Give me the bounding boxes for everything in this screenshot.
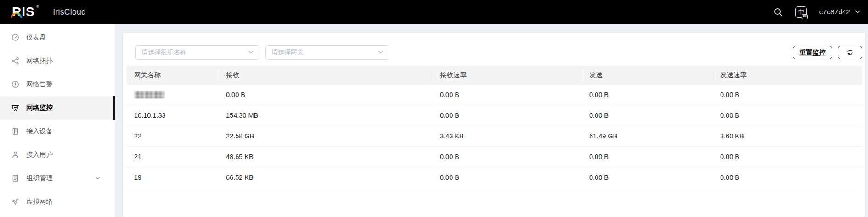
- filter-toolbar: 请选择组织名称 请选择网关 重置监控: [127, 33, 862, 66]
- column-header-gateway-name: 网关名称: [127, 71, 219, 80]
- gateway-monitor-table: 网关名称 接收 接收速率 发送 发送速率 0.00 B 0.00 B 0.00 …: [127, 66, 862, 188]
- sidebar-item-access-users[interactable]: 接入用户: [0, 143, 115, 166]
- table-row[interactable]: 22 22.58 GB 3.43 KB 61.49 GB 3.60 KB: [127, 126, 862, 147]
- org-select[interactable]: 请选择组织名称: [135, 45, 259, 60]
- paper-plane-icon: [11, 198, 19, 206]
- sidebar-item-access-devices[interactable]: 接入设备: [0, 120, 115, 143]
- chevron-down-icon: [855, 10, 861, 14]
- gateway-name-cell: 22: [127, 132, 219, 140]
- sent-cell: 61.49 GB: [582, 132, 713, 140]
- monitoring-card: 请选择组织名称 请选择网关 重置监控: [123, 33, 865, 217]
- column-header-sent: 发送: [582, 71, 713, 80]
- table-row[interactable]: 10.10.1.33 154.30 MB 0.00 B 0.00 B 0.00 …: [127, 105, 862, 126]
- topology-icon: [11, 57, 19, 65]
- user-menu[interactable]: c7c87d42: [819, 8, 861, 16]
- sidebar-item-label: 组织管理: [26, 174, 53, 183]
- search-icon[interactable]: [773, 7, 783, 17]
- org-select-placeholder: 请选择组织名称: [141, 48, 248, 57]
- refresh-button[interactable]: [838, 46, 862, 59]
- rainbow-arc-icon: [10, 12, 23, 19]
- sent-cell: 0.00 B: [582, 91, 713, 98]
- sidebar-item-dashboard[interactable]: 仪表盘: [0, 26, 115, 49]
- alert-icon: [11, 80, 19, 88]
- column-header-send-rate: 发送速率: [713, 71, 862, 80]
- lang-en-badge: EN: [802, 14, 808, 19]
- received-cell: 0.00 B: [219, 91, 433, 98]
- product-name: IrisCloud: [53, 7, 86, 17]
- device-icon: [11, 127, 19, 135]
- toolbar-actions: 重置监控: [793, 46, 862, 59]
- sidebar-item-label: 网络拓扑: [26, 57, 53, 65]
- sidebar-item-label: 仪表盘: [26, 33, 46, 42]
- gateway-name-cell: 21: [127, 153, 219, 160]
- receive-rate-cell: 0.00 B: [433, 153, 582, 160]
- sidebar-item-organization-management[interactable]: 组织管理: [0, 166, 115, 190]
- topbar-actions: 中 EN c7c87d42: [773, 6, 861, 18]
- chevron-down-icon: [248, 51, 254, 54]
- table-row[interactable]: 19 66.52 KB 0.00 B 0.00 B 0.00 B: [127, 167, 862, 188]
- sidebar-item-label: 网络监控: [26, 103, 53, 112]
- received-cell: 66.52 KB: [219, 174, 433, 181]
- username: c7c87d42: [819, 8, 850, 16]
- refresh-icon: [846, 49, 854, 56]
- user-icon: [11, 151, 19, 159]
- column-header-received: 接收: [219, 71, 433, 80]
- sidebar-item-virtual-network[interactable]: 虚拟网络: [0, 190, 115, 213]
- receive-rate-cell: 0.00 B: [433, 112, 582, 119]
- received-cell: 154.30 MB: [219, 112, 433, 119]
- sent-cell: 0.00 B: [582, 153, 713, 160]
- main-content: 请选择组织名称 请选择网关 重置监控: [115, 24, 868, 217]
- sidebar-item-network-monitoring[interactable]: 网络监控: [0, 96, 115, 120]
- gauge-icon: [11, 34, 19, 41]
- monitor-icon: [11, 104, 19, 112]
- registered-mark: ®: [36, 4, 39, 9]
- topbar: RIS ® IrisCloud 中 EN c7c87d42: [0, 0, 868, 24]
- send-rate-cell: 0.00 B: [713, 112, 862, 119]
- sent-cell: 0.00 B: [582, 174, 713, 181]
- column-header-receive-rate: 接收速率: [433, 71, 582, 80]
- gateway-name-cell: [127, 91, 219, 98]
- send-rate-cell: 3.60 KB: [713, 132, 862, 140]
- sidebar-item-network-topology[interactable]: 网络拓扑: [0, 49, 115, 73]
- table-header-row: 网关名称 接收 接收速率 发送 发送速率: [127, 66, 862, 85]
- receive-rate-cell: 0.00 B: [433, 91, 582, 98]
- send-rate-cell: 0.00 B: [713, 153, 862, 160]
- send-rate-cell: 0.00 B: [713, 174, 862, 181]
- receive-rate-cell: 0.00 B: [433, 174, 582, 181]
- gateway-name-cell: 19: [127, 174, 219, 181]
- sent-cell: 0.00 B: [582, 112, 713, 119]
- reset-monitor-button[interactable]: 重置监控: [793, 46, 832, 59]
- sidebar-item-label: 虚拟网络: [26, 197, 53, 206]
- table-row[interactable]: 21 48.65 KB 0.00 B 0.00 B 0.00 B: [127, 147, 862, 167]
- sidebar-item-label: 网络告警: [26, 80, 53, 89]
- send-rate-cell: 0.00 B: [713, 91, 862, 98]
- language-switch-icon[interactable]: 中 EN: [795, 6, 807, 18]
- sidebar-item-network-alerts[interactable]: 网络告警: [0, 73, 115, 96]
- redacted-gateway-name: [134, 91, 164, 98]
- org-icon: [11, 174, 19, 182]
- sidebar-item-label: 接入设备: [26, 127, 53, 136]
- received-cell: 22.58 GB: [219, 132, 433, 140]
- sidebar-item-label: 接入用户: [26, 150, 53, 159]
- gateway-name-cell: 10.10.1.33: [127, 112, 219, 119]
- gateway-select[interactable]: 请选择网关: [265, 45, 389, 60]
- table-row[interactable]: 0.00 B 0.00 B 0.00 B 0.00 B: [127, 85, 862, 105]
- received-cell: 48.65 KB: [219, 153, 433, 160]
- receive-rate-cell: 3.43 KB: [433, 132, 582, 140]
- brand-logo[interactable]: RIS ®: [12, 5, 39, 19]
- chevron-down-icon: [378, 51, 383, 54]
- chevron-down-icon: [95, 177, 100, 180]
- gateway-select-placeholder: 请选择网关: [271, 48, 378, 57]
- sidebar: 仪表盘 网络拓扑 网络告警 网络监控 接入设备: [0, 24, 115, 217]
